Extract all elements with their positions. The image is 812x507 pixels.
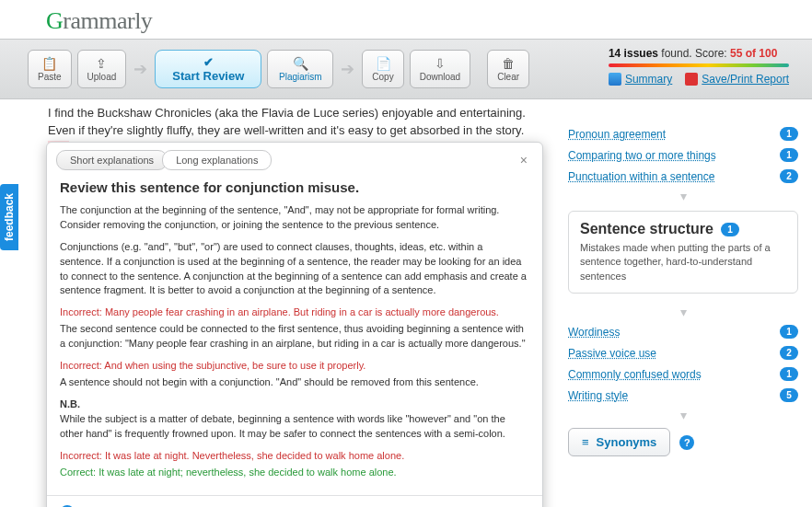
- count-badge: 1: [780, 148, 798, 162]
- tab-short[interactable]: Short explanations: [56, 150, 168, 170]
- synonyms-button[interactable]: ≡Synonyms: [568, 428, 670, 456]
- trash-icon: 🗑: [502, 56, 515, 71]
- search-icon: 🔍: [293, 56, 308, 71]
- download-icon: ⇩: [435, 56, 446, 71]
- summary-icon: [609, 73, 621, 86]
- issue-link[interactable]: Comparing two or more things: [568, 149, 716, 162]
- issue-link[interactable]: Passive voice use: [568, 347, 656, 360]
- explanation-popup: Short explanations Long explanations × R…: [46, 142, 543, 507]
- count-badge: 2: [780, 169, 798, 183]
- count-badge: 2: [780, 346, 798, 360]
- issue-list-top: Pronoun agreement1 Comparing two or more…: [568, 123, 798, 187]
- save-report-link[interactable]: Save/Print Report: [702, 73, 789, 86]
- issue-link[interactable]: Writing style: [568, 389, 628, 402]
- list-icon: ≡: [582, 435, 589, 449]
- download-button[interactable]: ⇩Download: [410, 50, 470, 88]
- count-badge: 1: [780, 325, 798, 339]
- check-icon: ✔: [203, 55, 214, 69]
- paste-icon: 📋: [41, 56, 57, 71]
- count-badge: 1: [721, 223, 739, 236]
- count-badge: 5: [780, 388, 798, 402]
- copy-button[interactable]: 📄Copy: [362, 50, 403, 88]
- start-review-button[interactable]: ✔Start Review: [155, 50, 261, 88]
- upload-icon: ⇪: [96, 56, 107, 71]
- count-badge: 1: [780, 127, 798, 141]
- logo: Grammarly: [0, 0, 812, 39]
- popup-title: Review this sentence for conjunction mis…: [60, 178, 529, 198]
- sentence-structure-card[interactable]: Sentence structure1 Mistakes made when p…: [568, 211, 798, 294]
- clear-button[interactable]: 🗑Clear: [487, 50, 529, 88]
- card-title: Sentence structure: [580, 221, 713, 237]
- chevron-down-icon: ▾: [568, 187, 798, 205]
- plagiarism-button[interactable]: 🔍Plagiarism: [267, 50, 333, 88]
- chevron-down-icon: ▾: [568, 303, 798, 321]
- close-icon[interactable]: ×: [515, 153, 533, 167]
- issue-list-bottom: Wordiness1 Passive voice use2 Commonly c…: [568, 321, 798, 406]
- issue-link[interactable]: Wordiness: [568, 326, 620, 339]
- score-box: 14 issues found. Score: 55 of 100 Summar…: [609, 45, 789, 93]
- toolbar: 📋Paste ⇪Upload ➔ ✔Start Review 🔍Plagiari…: [0, 39, 812, 99]
- summary-link[interactable]: Summary: [625, 73, 672, 86]
- chevron-down-icon: ▾: [568, 406, 798, 424]
- paste-button[interactable]: 📋Paste: [28, 50, 72, 88]
- count-badge: 1: [780, 367, 798, 381]
- arrow-icon: ➔: [339, 59, 356, 79]
- arrow-icon: ➔: [132, 59, 149, 79]
- issue-link[interactable]: Pronoun agreement: [568, 128, 666, 141]
- pdf-icon: [685, 73, 698, 86]
- issue-link[interactable]: Punctuation within a sentence: [568, 170, 714, 183]
- upload-button[interactable]: ⇪Upload: [77, 50, 127, 88]
- help-icon[interactable]: ?: [679, 435, 694, 450]
- tab-long[interactable]: Long explanations: [162, 150, 272, 170]
- feedback-tab[interactable]: feedback: [0, 184, 18, 250]
- copy-icon: 📄: [376, 56, 391, 71]
- score-bar: [609, 63, 789, 67]
- issue-link[interactable]: Commonly confused words: [568, 368, 702, 381]
